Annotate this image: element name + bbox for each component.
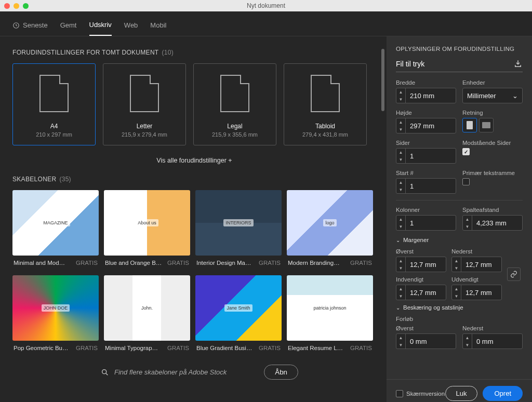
stepper-down-icon: ▼ xyxy=(396,96,405,103)
template-thumbnail: Jane Smith xyxy=(195,275,282,341)
preset-a4[interactable]: A4 210 x 297 mm xyxy=(12,63,96,145)
margins-section-toggle[interactable]: ⌄ Margener xyxy=(396,237,523,243)
clock-icon xyxy=(12,22,20,29)
presets-section-title: FORUDINDSTILLINGER FOR TOMT DOKUMENT (10… xyxy=(12,49,376,56)
tab-recent-label: Seneste xyxy=(23,21,48,29)
primary-frame-checkbox[interactable] xyxy=(462,178,470,185)
height-input[interactable]: ▲▼ xyxy=(396,118,456,133)
primary-frame-label: Primær tekstramme xyxy=(462,170,523,176)
template-card[interactable]: John. Minimal Typograp… GRATIS xyxy=(104,275,190,355)
orientation-portrait[interactable] xyxy=(462,118,477,132)
preset-letter[interactable]: Letter 215,9 x 279,4 mm xyxy=(103,63,186,145)
template-badge: GRATIS xyxy=(167,260,189,266)
template-thumbnail: JOHN DOE xyxy=(12,275,99,341)
height-label: Højde xyxy=(396,110,456,116)
margin-outside-input[interactable]: ▲▼ xyxy=(451,285,502,300)
template-thumbnail: MAGAZINE xyxy=(12,190,99,256)
preview-label: Skærmversion xyxy=(406,391,445,397)
create-button[interactable]: Opret xyxy=(483,386,523,401)
template-title: Blue and Orange B… xyxy=(105,260,162,266)
preset-legal[interactable]: Legal 215,9 x 355,6 mm xyxy=(193,63,276,145)
tab-recent[interactable]: Seneste xyxy=(12,18,48,36)
template-card[interactable]: logo Modern Branding… GRATIS xyxy=(287,190,373,270)
chevron-down-icon: ⌄ xyxy=(396,237,400,243)
preview-checkbox[interactable] xyxy=(396,390,403,397)
page-icon xyxy=(130,75,159,112)
facing-pages-checkbox[interactable] xyxy=(462,148,470,155)
template-thumbnail: About us xyxy=(104,190,190,256)
link-margins-icon[interactable] xyxy=(507,267,521,281)
page-icon xyxy=(39,75,69,112)
pages-input[interactable]: ▲▼ xyxy=(396,148,456,164)
template-badge: GRATIS xyxy=(350,345,372,351)
orientation-landscape[interactable] xyxy=(479,118,494,132)
template-badge: GRATIS xyxy=(259,260,281,266)
close-button[interactable]: Luk xyxy=(445,386,478,401)
template-badge: GRATIS xyxy=(76,345,98,351)
preset-tabloid[interactable]: Tabloid 279,4 x 431,8 mm xyxy=(284,63,367,145)
margin-bottom-label: Nederst xyxy=(451,248,502,254)
preset-name-input[interactable] xyxy=(396,60,513,68)
units-select[interactable]: Millimeter ⌄ xyxy=(462,88,523,103)
template-badge: GRATIS xyxy=(350,260,372,266)
tab-print[interactable]: Udskriv xyxy=(89,18,112,36)
search-input[interactable]: Find flere skabeloner på Adobe Stock xyxy=(101,368,257,377)
bleed-section-toggle[interactable]: ⌄ Beskæring og satslinje xyxy=(396,304,523,311)
dialog-footer: Skærmversion Luk Opret xyxy=(387,379,532,402)
template-thumbnail: INTERIORS xyxy=(195,190,282,256)
margin-top-label: Øverst xyxy=(396,248,446,254)
pages-label: Sider xyxy=(396,140,456,146)
open-stock-button[interactable]: Åbn xyxy=(264,365,298,380)
margin-inside-input[interactable]: ▲▼ xyxy=(396,285,446,300)
width-label: Bredde xyxy=(396,79,456,86)
bleed-top-input[interactable]: ▲▼ xyxy=(396,333,456,349)
template-card[interactable]: JOHN DOE Pop Geometric Bu… GRATIS xyxy=(12,275,99,355)
template-badge: GRATIS xyxy=(76,260,98,266)
template-title: Minimal Typograp… xyxy=(105,345,158,351)
chevron-down-icon: ⌄ xyxy=(512,92,518,100)
margin-bottom-input[interactable]: ▲▼ xyxy=(451,257,502,272)
template-thumbnail: John. xyxy=(104,275,190,341)
template-title: Interior Design Ma… xyxy=(196,260,251,266)
template-title: Blue Gradient Busi… xyxy=(196,345,252,351)
orientation-label: Retning xyxy=(462,110,523,116)
template-badge: GRATIS xyxy=(167,345,189,351)
gutter-input[interactable]: ▲▼ xyxy=(462,215,523,231)
template-title: Minimal and Mod… xyxy=(14,260,65,266)
view-all-presets[interactable]: Vis alle forudindstillinger + xyxy=(12,157,376,164)
templates-section-title: SKABELONER (35) xyxy=(12,176,376,183)
margin-top-input[interactable]: ▲▼ xyxy=(396,257,446,272)
window-minimize-button[interactable] xyxy=(14,3,19,9)
save-preset-icon[interactable] xyxy=(513,59,523,69)
margin-outside-label: Udvendigt xyxy=(451,276,502,283)
bleed-bottom-label: Nederst xyxy=(462,325,523,331)
template-card[interactable]: patricia johnson Elegant Resume L… GRATI… xyxy=(287,275,373,355)
window-title: Nyt dokument xyxy=(247,2,285,9)
window-close-button[interactable] xyxy=(4,3,10,9)
window-maximize-button[interactable] xyxy=(23,3,29,9)
tab-web[interactable]: Web xyxy=(124,18,138,36)
template-card[interactable]: About us Blue and Orange B… GRATIS xyxy=(104,190,190,270)
columns-input[interactable]: ▲▼ xyxy=(396,215,456,231)
template-card[interactable]: INTERIORS Interior Design Ma… GRATIS xyxy=(195,190,282,270)
template-badge: GRATIS xyxy=(259,345,281,351)
template-thumbnail: patricia johnson xyxy=(287,275,373,341)
width-input[interactable]: ▲▼ xyxy=(396,88,456,103)
category-tabs: Seneste Gemt Udskriv Web Mobil xyxy=(0,11,532,36)
template-title: Elegant Resume L… xyxy=(288,345,343,351)
stepper-up-icon: ▲ xyxy=(396,88,405,96)
details-title: OPLYSNINGER OM FORUDINDSTILLING xyxy=(396,46,523,52)
start-page-input[interactable]: ▲▼ xyxy=(396,178,456,194)
bleed-bottom-input[interactable]: ▲▼ xyxy=(462,333,523,349)
template-card[interactable]: Jane Smith Blue Gradient Busi… GRATIS xyxy=(195,275,282,355)
preset-details-panel: OPLYSNINGER OM FORUDINDSTILLING Bredde ▲… xyxy=(387,36,532,402)
tab-saved[interactable]: Gemt xyxy=(60,18,77,36)
template-card[interactable]: MAGAZINE Minimal and Mod… GRATIS xyxy=(12,190,99,270)
window-titlebar: Nyt dokument xyxy=(0,0,532,11)
scrollbar[interactable] xyxy=(381,49,384,111)
columns-label: Kolonner xyxy=(396,207,456,213)
page-icon xyxy=(311,75,340,112)
bleed-top-label: Øverst xyxy=(396,325,456,331)
tab-mobile[interactable]: Mobil xyxy=(150,18,166,36)
template-search-bar: Find flere skabeloner på Adobe Stock Åbn xyxy=(12,365,376,380)
